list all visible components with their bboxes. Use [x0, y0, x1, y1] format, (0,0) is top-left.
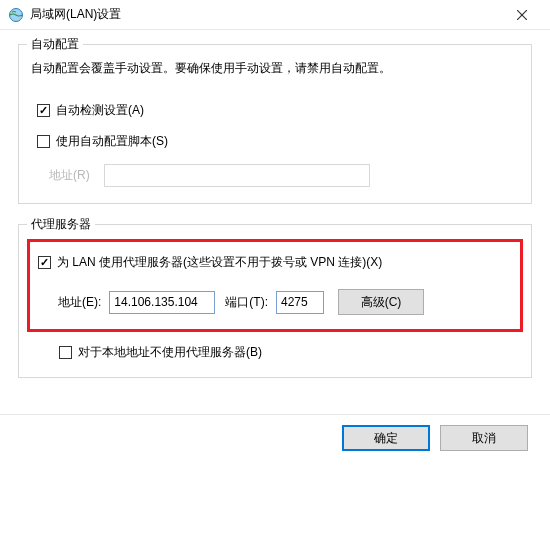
- use-proxy-checkbox[interactable]: [38, 256, 51, 269]
- auto-config-title: 自动配置: [27, 36, 83, 53]
- close-button[interactable]: [502, 1, 542, 29]
- auto-config-group: 自动配置 自动配置会覆盖手动设置。要确保使用手动设置，请禁用自动配置。 自动检测…: [18, 44, 532, 204]
- bypass-local-row[interactable]: 对于本地地址不使用代理服务器(B): [59, 344, 519, 361]
- window-title: 局域网(LAN)设置: [30, 6, 502, 23]
- proxy-address-input[interactable]: [109, 291, 215, 314]
- dialog-footer: 确定 取消: [0, 414, 550, 451]
- bypass-local-label: 对于本地地址不使用代理服务器(B): [78, 344, 262, 361]
- auto-detect-label: 自动检测设置(A): [56, 102, 144, 119]
- highlight-box: 为 LAN 使用代理服务器(这些设置不用于拨号或 VPN 连接)(X) 地址(E…: [27, 239, 523, 332]
- use-proxy-label: 为 LAN 使用代理服务器(这些设置不用于拨号或 VPN 连接)(X): [57, 254, 382, 271]
- proxy-port-input[interactable]: [276, 291, 324, 314]
- advanced-button[interactable]: 高级(C): [338, 289, 424, 315]
- auto-config-description: 自动配置会覆盖手动设置。要确保使用手动设置，请禁用自动配置。: [31, 59, 519, 78]
- use-script-label: 使用自动配置脚本(S): [56, 133, 168, 150]
- globe-icon: [8, 7, 24, 23]
- script-address-input: [104, 164, 370, 187]
- use-script-checkbox[interactable]: [37, 135, 50, 148]
- use-proxy-row[interactable]: 为 LAN 使用代理服务器(这些设置不用于拨号或 VPN 连接)(X): [38, 254, 512, 271]
- proxy-title: 代理服务器: [27, 216, 95, 233]
- titlebar: 局域网(LAN)设置: [0, 0, 550, 30]
- proxy-address-label: 地址(E):: [58, 294, 101, 311]
- cancel-button[interactable]: 取消: [440, 425, 528, 451]
- script-address-label: 地址(R): [49, 167, 90, 184]
- use-script-row[interactable]: 使用自动配置脚本(S): [37, 133, 519, 150]
- script-address-row: 地址(R): [49, 164, 519, 187]
- proxy-port-label: 端口(T):: [225, 294, 268, 311]
- proxy-address-row: 地址(E): 端口(T): 高级(C): [58, 289, 512, 315]
- content-area: 自动配置 自动配置会覆盖手动设置。要确保使用手动设置，请禁用自动配置。 自动检测…: [0, 30, 550, 408]
- proxy-group: 代理服务器 为 LAN 使用代理服务器(这些设置不用于拨号或 VPN 连接)(X…: [18, 224, 532, 378]
- auto-detect-row[interactable]: 自动检测设置(A): [37, 102, 519, 119]
- auto-detect-checkbox[interactable]: [37, 104, 50, 117]
- ok-button[interactable]: 确定: [342, 425, 430, 451]
- bypass-local-checkbox[interactable]: [59, 346, 72, 359]
